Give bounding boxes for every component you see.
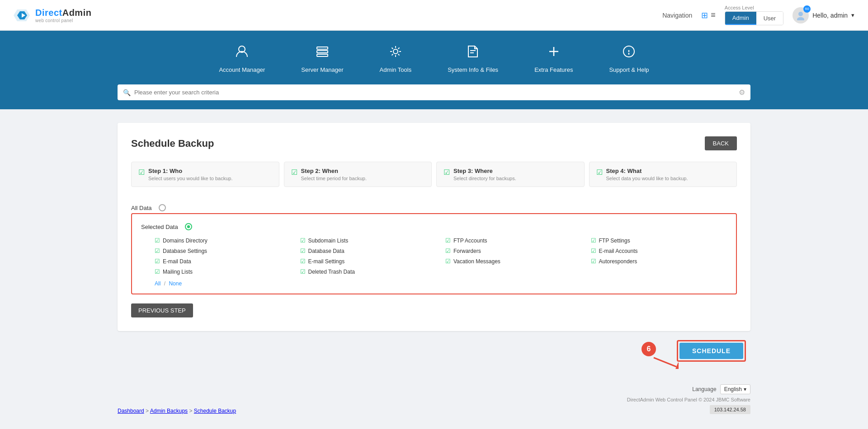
forwarders-label: Forwarders	[453, 248, 481, 254]
check-vacation-icon: ☑	[445, 258, 451, 265]
step1-box: ☑ Step 1: Who Select users you would lik…	[131, 162, 279, 187]
checkbox-autoresponders[interactable]: ☑ Autoresponders	[591, 258, 727, 265]
bottom-actions: PREVIOUS STEP	[131, 303, 737, 317]
directadmin-logo-icon	[14, 7, 31, 24]
check-ftp-accounts-icon: ☑	[445, 237, 451, 244]
page-header: Schedule Backup BACK	[131, 136, 737, 150]
check-forwarders-icon: ☑	[445, 247, 451, 254]
checkbox-ftp-accounts[interactable]: ☑ FTP Accounts	[445, 237, 582, 244]
svg-rect-7	[317, 51, 328, 53]
search-icon: 🔍	[123, 89, 131, 96]
step3-desc: Select directory for backups.	[453, 176, 516, 181]
language-dropdown[interactable]: English ▾	[720, 384, 750, 394]
user-info[interactable]: 60 Hello, admin ▾	[793, 7, 854, 23]
account-manager-icon	[235, 44, 249, 62]
settings-icon[interactable]: ⚙	[739, 88, 745, 97]
main-content: Schedule Backup BACK ☑ Step 1: Who Selec…	[0, 109, 868, 375]
user-dropdown-icon[interactable]: ▾	[851, 12, 854, 19]
checkbox-mailing-lists[interactable]: ☑ Mailing Lists	[155, 268, 291, 275]
email-accounts-label: E-mail Accounts	[599, 248, 638, 254]
check-subdomain-icon: ☑	[300, 237, 306, 244]
admin-tools-label: Admin Tools	[380, 66, 412, 73]
email-data-label: E-mail Data	[163, 258, 191, 265]
domains-directory-label: Domains Directory	[163, 238, 208, 244]
check-email-accounts-icon: ☑	[591, 247, 596, 254]
nav-support-help[interactable]: Support & Help	[609, 44, 649, 73]
extra-features-icon	[547, 44, 561, 62]
logo-text: DirectAdmin web control panel	[35, 8, 91, 23]
content-card: Schedule Backup BACK ☑ Step 1: Who Selec…	[118, 123, 750, 331]
step2-info: Step 2: When Select time period for back…	[301, 168, 367, 181]
footer: Dashboard > Admin Backups > Schedule Bac…	[0, 375, 868, 423]
checkbox-email-accounts[interactable]: ☑ E-mail Accounts	[591, 247, 727, 254]
brand-name: DirectAdmin	[35, 8, 91, 18]
language-chevron-icon: ▾	[744, 386, 746, 392]
step2-desc: Select time period for backup.	[301, 176, 367, 181]
nav-server-manager[interactable]: Server Manager	[301, 44, 343, 73]
checkbox-email-settings[interactable]: ☑ E-mail Settings	[300, 258, 437, 265]
arrow-icon	[651, 355, 679, 369]
nav-extra-features[interactable]: Extra Features	[534, 44, 573, 73]
checkbox-forwarders[interactable]: ☑ Forwarders	[445, 247, 582, 254]
checkbox-ftp-settings[interactable]: ☑ FTP Settings	[591, 237, 727, 244]
breadcrumb-dashboard[interactable]: Dashboard	[118, 408, 144, 414]
top-bar: DirectAdmin web control panel Navigation…	[0, 0, 868, 31]
top-bar-right: Navigation ⊞ ≡ Access Level Admin User 6…	[662, 5, 854, 25]
nav-system-info[interactable]: System Info & Files	[448, 44, 498, 73]
previous-step-button[interactable]: PREVIOUS STEP	[131, 303, 193, 317]
search-bar: 🔍 ⚙	[118, 84, 750, 100]
all-data-label: All Data	[131, 205, 152, 211]
brand-tagline: web control panel	[35, 18, 91, 23]
step3-check-icon: ☑	[443, 168, 450, 177]
none-link[interactable]: None	[169, 280, 182, 287]
nav-icons: ⊞ ≡	[701, 10, 716, 20]
breadcrumb-schedule-backup[interactable]: Schedule Backup	[194, 408, 236, 414]
checkbox-database-data[interactable]: ☑ Database Data	[300, 247, 437, 254]
admin-tools-icon	[388, 44, 403, 62]
checkbox-deleted-trash-data[interactable]: ☑ Deleted Trash Data	[300, 268, 437, 275]
user-access-btn[interactable]: User	[756, 12, 783, 25]
step4-check-icon: ☑	[596, 168, 603, 177]
list-view-icon[interactable]: ≡	[711, 10, 716, 20]
breadcrumb-admin-backups[interactable]: Admin Backups	[150, 408, 188, 414]
svg-rect-6	[317, 47, 328, 49]
checkbox-vacation-messages[interactable]: ☑ Vacation Messages	[445, 258, 582, 265]
check-database-data-icon: ☑	[300, 247, 306, 254]
step1-info: Step 1: Who Select users you would like …	[148, 168, 233, 181]
footer-right: Language English ▾ DirectAdmin Web Contr…	[627, 384, 750, 414]
checkbox-database-settings[interactable]: ☑ Database Settings	[155, 247, 291, 254]
email-settings-label: E-mail Settings	[308, 258, 345, 265]
check-email-settings-icon: ☑	[300, 258, 306, 265]
database-data-label: Database Data	[308, 248, 344, 254]
copyright-text: DirectAdmin Web Control Panel © 2024 JBM…	[627, 397, 750, 402]
navigation-label: Navigation	[662, 12, 692, 19]
ftp-accounts-label: FTP Accounts	[453, 238, 487, 244]
nav-admin-tools[interactable]: Admin Tools	[380, 44, 412, 73]
step3-info: Step 3: Where Select directory for backu…	[453, 168, 516, 181]
search-input[interactable]	[134, 89, 735, 96]
step4-desc: Select data you would like to backup.	[606, 176, 688, 181]
grid-view-icon[interactable]: ⊞	[701, 10, 708, 20]
language-selector: Language English ▾	[692, 384, 750, 394]
selected-data-radio[interactable]	[185, 223, 192, 230]
all-link[interactable]: All	[155, 280, 160, 287]
admin-access-btn[interactable]: Admin	[725, 12, 756, 25]
nav-account-manager[interactable]: Account Manager	[219, 44, 265, 73]
selected-data-header: Selected Data	[141, 223, 727, 230]
all-data-radio[interactable]	[159, 204, 166, 211]
checkbox-subdomain-lists[interactable]: ☑ Subdomain Lists	[300, 237, 437, 244]
checkbox-email-data[interactable]: ☑ E-mail Data	[155, 258, 291, 265]
back-button[interactable]: BACK	[705, 136, 737, 150]
checkboxes-grid: ☑ Domains Directory ☑ Subdomain Lists ☑ …	[155, 237, 727, 275]
access-level-box: Admin User	[725, 11, 783, 25]
step3-title: Step 3: Where	[453, 168, 516, 174]
step4-box: ☑ Step 4: What Select data you would lik…	[589, 162, 737, 187]
avatar-badge: 60	[803, 5, 811, 13]
checkbox-domains-directory[interactable]: ☑ Domains Directory	[155, 237, 291, 244]
language-label: Language	[692, 386, 716, 392]
schedule-button[interactable]: SCHEDULE	[679, 343, 743, 359]
autoresponders-label: Autoresponders	[599, 258, 637, 265]
mailing-lists-label: Mailing Lists	[163, 269, 193, 275]
avatar: 60	[793, 7, 809, 23]
badge-6: 6	[642, 342, 656, 356]
